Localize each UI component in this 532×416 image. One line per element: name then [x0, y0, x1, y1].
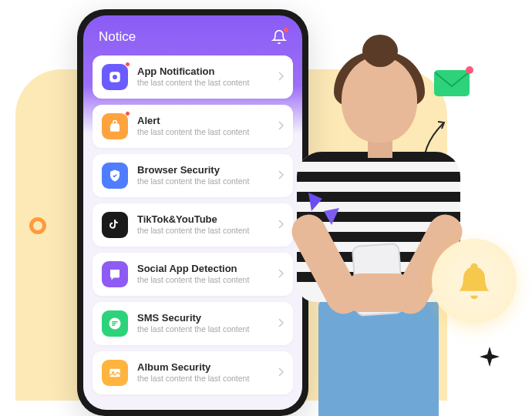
- list-item-text: Alertthe last content the last content: [137, 115, 269, 137]
- social-app-icon: [102, 261, 128, 287]
- notification-dot-icon: [284, 28, 288, 32]
- list-item-subtitle: the last content the last content: [137, 176, 269, 187]
- list-item-title: App Notification: [137, 65, 269, 78]
- list-item-subtitle: the last content the last content: [137, 127, 269, 138]
- list-item[interactable]: Album Securitythe last content the last …: [93, 351, 293, 394]
- list-item-subtitle: the last content the last content: [137, 374, 269, 384]
- decorative-ring-icon: [29, 217, 46, 234]
- list-item-text: Browser Securitythe last content the las…: [137, 164, 269, 186]
- list-item-text: App Notificationthe last content the las…: [137, 65, 269, 88]
- alert-icon: [102, 113, 128, 139]
- list-item[interactable]: App Notificationthe last content the las…: [93, 55, 293, 99]
- list-item[interactable]: Browser Securitythe last content the las…: [93, 154, 293, 197]
- list-item-subtitle: the last content the last content: [137, 78, 269, 89]
- list-item-text: Album Securitythe last content the last …: [137, 361, 269, 384]
- list-item-subtitle: the last content the last content: [137, 275, 269, 286]
- list-item-title: SMS Security: [137, 312, 269, 324]
- list-item-title: Social App Detection: [137, 263, 269, 275]
- list-item-title: Album Security: [137, 361, 269, 374]
- list-item[interactable]: TikTok&YouTubethe last content the last …: [93, 203, 293, 247]
- tiktok-youtube-icon: [102, 212, 128, 238]
- unread-dot-icon: [125, 62, 130, 67]
- list-item-text: Social App Detectionthe last content the…: [137, 263, 269, 285]
- person-illustration: [274, 35, 482, 416]
- notification-list: App Notificationthe last content the las…: [83, 55, 302, 410]
- bell-circle-icon: [432, 239, 517, 324]
- decorative-triangle-icon: [324, 208, 339, 228]
- list-item-text: TikTok&YouTubethe last content the last …: [137, 213, 269, 236]
- page-title: Notice: [99, 29, 136, 45]
- phone-screen: Notice App Notificationthe last content …: [83, 15, 302, 410]
- app-notification-icon: [102, 64, 128, 90]
- screen-header: Notice: [83, 15, 302, 55]
- list-item-title: TikTok&YouTube: [137, 213, 269, 226]
- sms-security-icon: [102, 310, 128, 337]
- list-item-title: Alert: [137, 115, 269, 127]
- album-security-icon: [102, 360, 128, 386]
- list-item-title: Browser Security: [137, 164, 269, 176]
- svg-point-1: [113, 75, 117, 79]
- list-item[interactable]: SMS Securitythe last content the last co…: [93, 302, 293, 345]
- list-item-subtitle: the last content the last content: [137, 324, 269, 335]
- list-item[interactable]: Alertthe last content the last content: [93, 105, 293, 148]
- list-item[interactable]: Social App Detectionthe last content the…: [93, 253, 293, 296]
- list-item-text: SMS Securitythe last content the last co…: [137, 312, 269, 334]
- decorative-triangle-icon: [308, 193, 322, 214]
- browser-security-icon: [102, 163, 128, 189]
- unread-dot-icon: [125, 111, 130, 116]
- list-item-subtitle: the last content the last content: [137, 226, 269, 237]
- sparkle-icon: [480, 347, 500, 370]
